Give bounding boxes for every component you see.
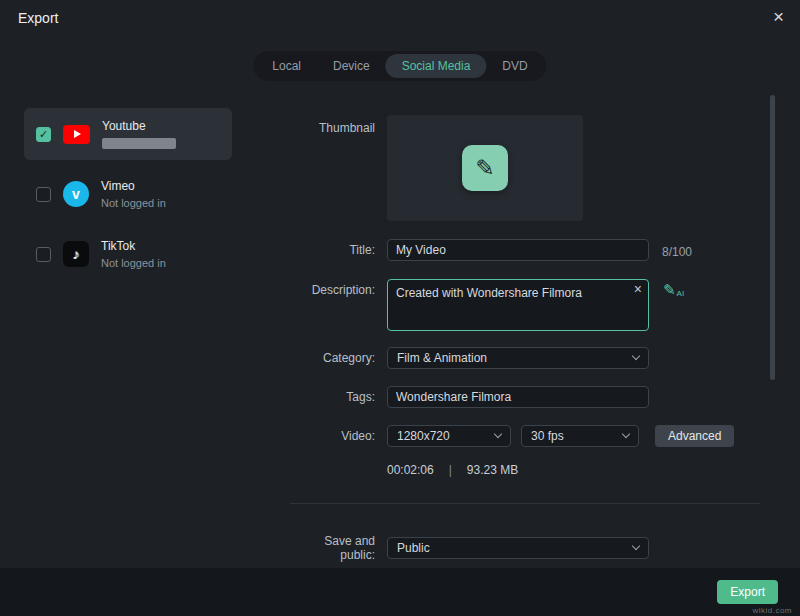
- vertical-scrollbar[interactable]: [770, 95, 775, 380]
- platform-name: TikTok: [101, 239, 166, 253]
- description-input[interactable]: Created with Wondershare Filmora: [387, 279, 649, 331]
- youtube-icon: [63, 125, 90, 144]
- info-separator: |: [449, 463, 452, 477]
- tags-label: Tags:: [290, 390, 375, 404]
- video-info: 00:02:06 | 93.23 MB: [387, 463, 518, 477]
- framerate-select[interactable]: 30 fps: [521, 425, 639, 447]
- platform-name: Vimeo: [101, 179, 166, 193]
- tab-dvd[interactable]: DVD: [486, 54, 543, 78]
- youtube-checkbox[interactable]: ✓: [36, 127, 51, 142]
- platform-status: Not logged in: [101, 197, 166, 209]
- privacy-select[interactable]: Public: [387, 537, 649, 559]
- export-target-tabs: Local Device Social Media DVD: [253, 51, 546, 81]
- save-and-public-label: Save and public:: [290, 534, 375, 562]
- resolution-value: 1280x720: [397, 429, 450, 443]
- platform-row-vimeo[interactable]: ✓ v Vimeo Not logged in: [24, 168, 232, 220]
- platform-row-youtube[interactable]: ✓ Youtube: [24, 108, 232, 160]
- close-icon[interactable]: ×: [773, 7, 784, 26]
- tab-local[interactable]: Local: [256, 54, 317, 78]
- platform-status: Not logged in: [101, 257, 166, 269]
- chevron-down-icon: [622, 430, 630, 438]
- pencil-icon: ✎: [663, 281, 676, 299]
- advanced-button[interactable]: Advanced: [655, 425, 734, 447]
- tab-social-media[interactable]: Social Media: [386, 54, 487, 78]
- thumbnail-label: Thumbnail: [290, 115, 375, 135]
- edit-thumbnail-icon: ✎: [462, 145, 508, 191]
- tab-device[interactable]: Device: [317, 54, 386, 78]
- dialog-title: Export: [18, 10, 58, 26]
- tags-input[interactable]: [387, 386, 649, 408]
- chevron-down-icon: [632, 352, 640, 360]
- export-form: Thumbnail ✎ Title: 8/100 Description: Cr…: [290, 115, 760, 562]
- title-input[interactable]: [387, 239, 649, 261]
- ai-write-button[interactable]: ✎AI: [663, 279, 684, 299]
- filesize-value: 93.23 MB: [467, 463, 518, 477]
- title-label: Title:: [290, 243, 375, 257]
- clear-description-icon[interactable]: ×: [634, 282, 642, 296]
- video-label: Video:: [290, 429, 375, 443]
- vimeo-icon: v: [63, 181, 89, 207]
- export-button[interactable]: Export: [717, 580, 778, 604]
- watermark-text: wikid.com: [752, 606, 792, 615]
- export-dialog: Export × Local Device Social Media DVD ✓…: [0, 0, 800, 616]
- description-label: Description:: [290, 279, 375, 297]
- category-value: Film & Animation: [397, 351, 487, 365]
- ai-label: AI: [677, 289, 685, 298]
- platform-list: ✓ Youtube ✓ v Vimeo Not logged in ✓ ♪: [24, 108, 232, 288]
- chevron-down-icon: [632, 542, 640, 550]
- dialog-footer: Export wikid.com: [0, 568, 800, 616]
- resolution-select[interactable]: 1280x720: [387, 425, 511, 447]
- category-select[interactable]: Film & Animation: [387, 347, 649, 369]
- youtube-account-redacted: [102, 138, 176, 149]
- thumbnail-preview[interactable]: ✎: [387, 115, 583, 221]
- duration-value: 00:02:06: [387, 463, 434, 477]
- privacy-value: Public: [397, 541, 430, 555]
- vimeo-checkbox[interactable]: ✓: [36, 187, 51, 202]
- platform-row-tiktok[interactable]: ✓ ♪ TikTok Not logged in: [24, 228, 232, 280]
- platform-name: Youtube: [102, 119, 176, 133]
- tiktok-checkbox[interactable]: ✓: [36, 247, 51, 262]
- check-icon: ✓: [39, 129, 48, 140]
- title-char-counter: 8/100: [662, 242, 692, 259]
- category-label: Category:: [290, 351, 375, 365]
- section-divider: [290, 503, 760, 504]
- framerate-value: 30 fps: [531, 429, 564, 443]
- tiktok-icon: ♪: [63, 241, 89, 267]
- chevron-down-icon: [494, 430, 502, 438]
